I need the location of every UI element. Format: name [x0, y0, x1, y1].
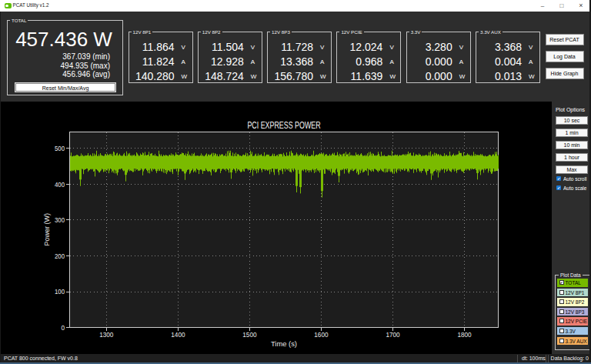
- svg-text:1800: 1800: [457, 330, 471, 339]
- svg-text:Time (s): Time (s): [271, 340, 297, 348]
- svg-text:200: 200: [55, 252, 65, 260]
- svg-text:0: 0: [61, 323, 65, 332]
- svg-text:300: 300: [55, 215, 65, 224]
- svg-text:PCI EXPRESS POWER: PCI EXPRESS POWER: [247, 120, 320, 131]
- svg-text:Power (W): Power (W): [43, 213, 51, 246]
- svg-text:1300: 1300: [99, 330, 113, 339]
- svg-text:1500: 1500: [242, 330, 256, 339]
- svg-text:100: 100: [55, 287, 65, 296]
- svg-text:1400: 1400: [171, 330, 185, 339]
- svg-text:400: 400: [55, 180, 65, 189]
- svg-text:1600: 1600: [314, 330, 328, 339]
- svg-text:500: 500: [55, 144, 65, 152]
- svg-text:1700: 1700: [386, 330, 399, 339]
